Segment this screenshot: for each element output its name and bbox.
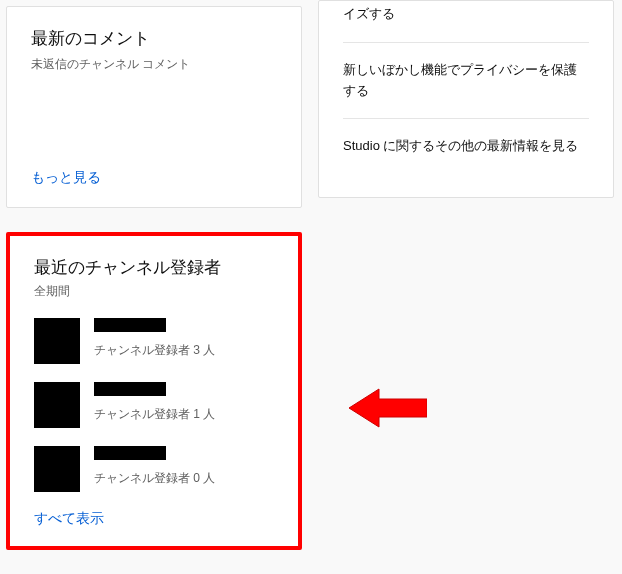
subscriber-count: チャンネル登録者 1 人 bbox=[94, 406, 274, 423]
news-card: イズする 新しいぼかし機能でプライバシーを保護する Studio に関するその他… bbox=[318, 0, 614, 198]
subscribers-title: 最近のチャンネル登録者 bbox=[34, 256, 274, 279]
news-item[interactable]: イズする bbox=[343, 1, 589, 43]
subscriber-row[interactable]: チャンネル登録者 1 人 bbox=[34, 382, 274, 428]
avatar bbox=[34, 446, 80, 492]
news-item[interactable]: 新しいぼかし機能でプライバシーを保護する bbox=[343, 43, 589, 120]
subscriber-count: チャンネル登録者 0 人 bbox=[94, 470, 274, 487]
subscribers-period: 全期間 bbox=[34, 283, 274, 300]
recent-subscribers-card: 最近のチャンネル登録者 全期間 チャンネル登録者 3 人 チャンネル登録者 1 … bbox=[6, 232, 302, 550]
svg-marker-0 bbox=[349, 389, 427, 427]
subscribers-show-all-link[interactable]: すべて表示 bbox=[34, 510, 274, 528]
subscriber-name-redacted bbox=[94, 318, 166, 332]
avatar bbox=[34, 318, 80, 364]
subscriber-row[interactable]: チャンネル登録者 0 人 bbox=[34, 446, 274, 492]
comments-title: 最新のコメント bbox=[31, 27, 277, 50]
annotation-arrow-icon bbox=[349, 385, 427, 431]
comments-more-link[interactable]: もっと見る bbox=[31, 169, 277, 187]
comments-subtitle: 未返信のチャンネル コメント bbox=[31, 56, 277, 73]
latest-comments-card: 最新のコメント 未返信のチャンネル コメント もっと見る bbox=[6, 6, 302, 208]
avatar bbox=[34, 382, 80, 428]
subscriber-info: チャンネル登録者 0 人 bbox=[94, 446, 274, 487]
subscriber-name-redacted bbox=[94, 446, 166, 460]
news-item[interactable]: Studio に関するその他の最新情報を見る bbox=[343, 119, 589, 174]
subscriber-name-redacted bbox=[94, 382, 166, 396]
subscriber-info: チャンネル登録者 1 人 bbox=[94, 382, 274, 423]
subscriber-count: チャンネル登録者 3 人 bbox=[94, 342, 274, 359]
subscriber-row[interactable]: チャンネル登録者 3 人 bbox=[34, 318, 274, 364]
subscriber-info: チャンネル登録者 3 人 bbox=[94, 318, 274, 359]
